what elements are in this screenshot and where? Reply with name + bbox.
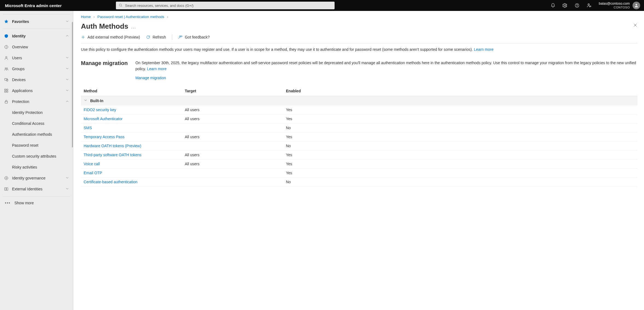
enabled-cell: Yes (283, 169, 637, 178)
sidebar-sub-custom-security-attributes[interactable]: Custom security attributes (0, 151, 73, 162)
sidebar-item-protection[interactable]: Protection (0, 96, 73, 107)
help-icon[interactable] (572, 0, 582, 11)
sidebar-item-applications[interactable]: Applications (0, 85, 73, 96)
sidebar-label: Applications (12, 88, 33, 93)
notifications-icon[interactable] (548, 0, 558, 11)
sidebar-sub-conditional-access[interactable]: Conditional Access (0, 118, 73, 129)
migration-text: On September 30th, 2025, the legacy mult… (135, 60, 637, 72)
svg-point-4 (577, 6, 577, 7)
chevron-right-icon: › (93, 15, 95, 19)
table-row[interactable]: Email OTPYes (81, 169, 637, 178)
sidebar-item-identity[interactable]: Identity (0, 31, 73, 42)
user-icon (4, 56, 9, 60)
sidebar-label: Identity (12, 34, 26, 38)
sidebar-item-identity-governance[interactable]: Identity governance (0, 173, 73, 184)
divider (172, 34, 172, 40)
more-icon: ••• (5, 201, 11, 205)
search-icon (119, 3, 122, 8)
settings-icon[interactable] (560, 0, 570, 11)
method-link[interactable]: Temporary Access Pass (84, 135, 124, 139)
method-link[interactable]: Third-party software OATH tokens (84, 153, 141, 157)
sidebar-label: Risky activities (12, 165, 37, 169)
svg-point-11 (5, 68, 6, 69)
search-input[interactable] (125, 3, 332, 8)
col-target[interactable]: Target (182, 86, 283, 96)
migration-heading: Manage migration (81, 60, 128, 80)
cmd-label: Refresh (153, 35, 166, 39)
svg-point-0 (119, 4, 121, 6)
svg-point-12 (7, 68, 8, 69)
target-cell: All users (182, 105, 283, 114)
method-link[interactable]: Certificate-based authentication (84, 180, 137, 184)
table-row[interactable]: Temporary Access PassAll usersYes (81, 132, 637, 141)
table-row[interactable]: Certificate-based authenticationNo (81, 178, 637, 187)
col-enabled[interactable]: Enabled (283, 86, 637, 96)
svg-point-10 (5, 57, 7, 58)
sidebar-sub-password-reset[interactable]: Password reset (0, 140, 73, 151)
table-group-row[interactable]: Built-In (81, 96, 637, 105)
table-header-row: Method Target Enabled (81, 86, 637, 96)
method-link[interactable]: FIDO2 security key (84, 108, 116, 112)
method-link[interactable]: Email OTP (84, 171, 102, 175)
lock-icon (4, 99, 9, 104)
table-row[interactable]: Voice callAll usersYes (81, 160, 637, 169)
avatar (633, 2, 640, 9)
learn-more-link[interactable]: Learn more (474, 47, 494, 52)
manage-migration-link[interactable]: Manage migration (135, 76, 166, 80)
refresh-button[interactable]: Refresh (146, 35, 166, 39)
close-button[interactable] (633, 23, 637, 28)
table-row[interactable]: SMSNo (81, 123, 637, 132)
account-menu[interactable]: balas@contoso.com CONTOSO (599, 2, 642, 9)
breadcrumb-password-reset[interactable]: Password reset | Authentication methods (98, 15, 164, 19)
sidebar-sub-identity-protection[interactable]: Identity Protection (0, 107, 73, 118)
star-icon (4, 19, 9, 24)
search-box[interactable] (116, 2, 335, 9)
add-external-method-button[interactable]: Add external method (Preview) (81, 35, 140, 39)
learn-more-link-2[interactable]: Learn more (147, 67, 167, 71)
method-link[interactable]: Microsoft Authenticator (84, 117, 122, 121)
sidebar-item-users[interactable]: Users (0, 52, 73, 63)
enabled-cell: Yes (283, 160, 637, 169)
enabled-cell: Yes (283, 132, 637, 141)
sidebar-show-more[interactable]: ••• Show more (0, 198, 73, 208)
command-bar: Add external method (Preview) Refresh Go… (81, 34, 637, 40)
sidebar-label: Devices (12, 78, 26, 82)
sidebar-item-external-identities[interactable]: External Identities (0, 184, 73, 194)
got-feedback-button[interactable]: Got feedback? (178, 35, 210, 39)
svg-rect-18 (7, 91, 8, 92)
method-link[interactable]: Hardware OATH tokens (Preview) (84, 144, 141, 148)
svg-point-5 (588, 4, 589, 5)
sidebar-item-favorites[interactable]: Favorites (0, 16, 73, 27)
enabled-cell: No (283, 141, 637, 150)
table-row[interactable]: FIDO2 security keyAll usersYes (81, 105, 637, 114)
sidebar-label: Overview (12, 45, 28, 49)
sidebar: ◀ Favorites Identity Overview (0, 11, 73, 310)
method-link[interactable]: Voice call (84, 162, 100, 166)
more-options-icon[interactable]: ⋯ (131, 25, 136, 30)
migration-body: On September 30th, 2025, the legacy mult… (135, 61, 636, 71)
sidebar-item-overview[interactable]: Overview (0, 42, 73, 52)
table-row[interactable]: Third-party software OATH tokensAll user… (81, 150, 637, 160)
svg-point-6 (636, 4, 637, 5)
devices-icon (4, 78, 9, 82)
breadcrumb-home[interactable]: Home (81, 15, 91, 19)
sidebar-item-devices[interactable]: Devices (0, 74, 73, 85)
top-bar: Microsoft Entra admin center balas@conto… (0, 0, 644, 11)
account-text: balas@contoso.com CONTOSO (599, 2, 630, 9)
svg-rect-16 (7, 89, 8, 90)
identity-icon (4, 34, 9, 38)
method-link[interactable]: SMS (84, 126, 92, 130)
top-icon-group (548, 0, 595, 11)
chevron-down-icon (65, 56, 69, 60)
table-row[interactable]: Microsoft AuthenticatorAll usersYes (81, 114, 637, 123)
sidebar-item-groups[interactable]: Groups (0, 63, 73, 74)
chevron-up-icon (65, 34, 69, 39)
table-row[interactable]: Hardware OATH tokens (Preview)No (81, 141, 637, 150)
feedback-icon[interactable] (584, 0, 595, 11)
external-identities-icon (4, 187, 9, 191)
sidebar-label: External Identities (12, 187, 42, 191)
sidebar-sub-risky-activities[interactable]: Risky activities (0, 162, 73, 173)
col-method[interactable]: Method (81, 86, 182, 96)
sidebar-sub-authentication-methods[interactable]: Authentication methods (0, 129, 73, 140)
methods-table: Method Target Enabled Built-In (81, 86, 637, 187)
